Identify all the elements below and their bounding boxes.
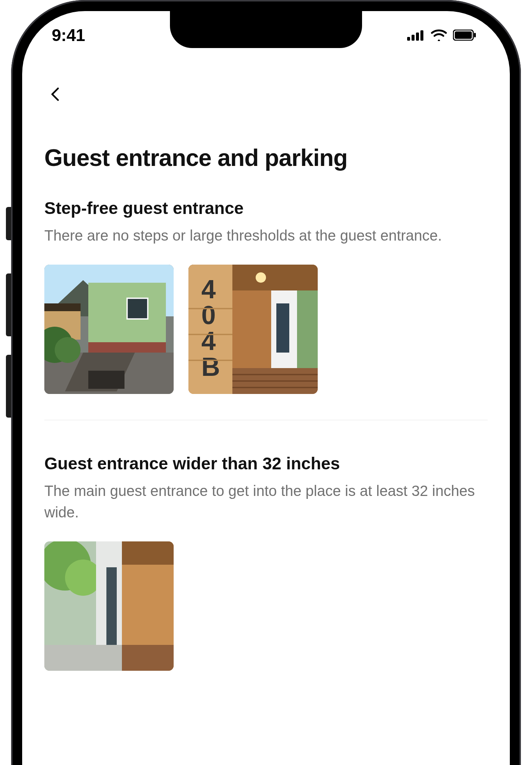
svg-rect-45: [122, 541, 174, 565]
feature-thumbnails: 4 0 4 B: [44, 265, 488, 394]
svg-point-42: [65, 560, 101, 596]
side-button: [6, 355, 11, 418]
svg-text:4: 4: [201, 327, 216, 356]
chevron-left-icon: [48, 86, 63, 102]
svg-point-19: [55, 337, 81, 363]
feature-description: There are no steps or large thresholds a…: [44, 225, 488, 246]
svg-text:4: 4: [201, 275, 216, 304]
svg-point-22: [256, 272, 266, 283]
back-button[interactable]: [44, 83, 66, 105]
page-title: Guest entrance and parking: [44, 144, 488, 171]
svg-text:B: B: [201, 353, 220, 381]
entrance-photo[interactable]: [44, 265, 174, 394]
feature-thumbnails: [44, 541, 488, 671]
feature-heading: Step-free guest entrance: [44, 198, 488, 218]
svg-rect-28: [232, 290, 271, 368]
svg-rect-48: [44, 645, 122, 671]
svg-rect-13: [44, 303, 81, 311]
side-button: [6, 273, 11, 336]
screen: 9:41: [22, 11, 510, 765]
feature-section: Guest entrance wider than 32 inches The …: [44, 453, 488, 671]
svg-rect-30: [276, 303, 289, 353]
svg-rect-14: [127, 298, 148, 319]
svg-rect-31: [297, 290, 318, 368]
notch: [170, 11, 362, 48]
entrance-photo[interactable]: 4 0 4 B: [188, 265, 318, 394]
content-area: Guest entrance and parking Step-free gue…: [22, 11, 510, 765]
svg-rect-47: [122, 645, 174, 671]
phone-frame: 9:41: [11, 0, 521, 765]
svg-text:0: 0: [201, 301, 216, 330]
feature-description: The main guest entrance to get into the …: [44, 480, 488, 523]
side-button: [6, 207, 11, 240]
svg-rect-11: [88, 342, 166, 353]
nav-bar: [44, 67, 488, 122]
feature-heading: Guest entrance wider than 32 inches: [44, 453, 488, 473]
divider: [44, 420, 488, 420]
entrance-photo[interactable]: [44, 541, 174, 671]
svg-rect-17: [88, 371, 125, 389]
feature-section: Step-free guest entrance There are no st…: [44, 198, 488, 394]
